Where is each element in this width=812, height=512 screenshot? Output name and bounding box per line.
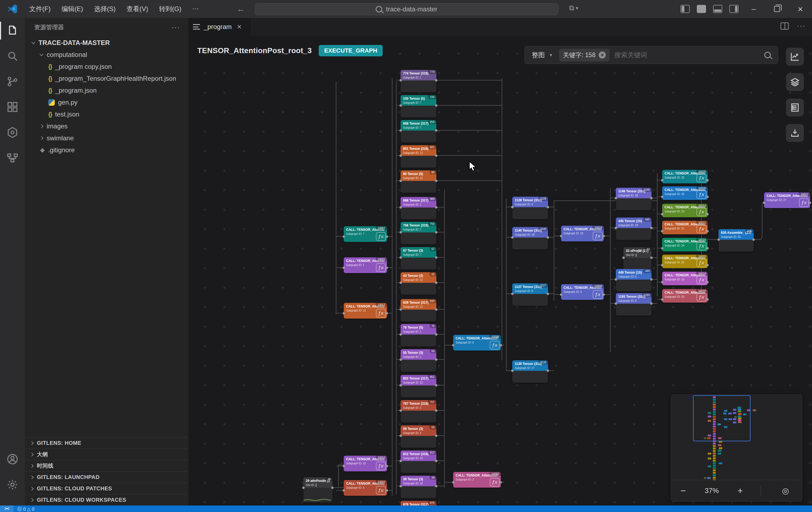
input-port[interactable]: [400, 154, 402, 157]
call-node-10007[interactable]: CALL: TENSOR_AttentionPost_leaf1_5Subgra…: [344, 226, 387, 242]
menu-item-2[interactable]: 选择(S): [89, 2, 121, 16]
toggle-panel-icon[interactable]: [713, 5, 722, 13]
output-port[interactable]: [499, 344, 502, 347]
call-node-10003[interactable]: CALL: TENSOR_AttentionPost_leaf1_5Subgra…: [344, 480, 387, 496]
input-port[interactable]: [661, 247, 664, 249]
tree-item--program-json[interactable]: {}_program.json: [25, 85, 188, 96]
tab-program[interactable]: _program ×: [188, 18, 252, 36]
tensor-node-774[interactable]: 774 Tensor (316)Subgraph ID: 1774: [401, 70, 436, 92]
io-node-29[interactable]: 29 attnPostIn (23)Slot ID: []29: [303, 477, 332, 503]
input-port[interactable]: [661, 230, 664, 233]
output-port[interactable]: [603, 293, 605, 296]
keyword-search-input[interactable]: [614, 51, 764, 59]
input-port[interactable]: [343, 312, 345, 314]
menu-item-3[interactable]: 查看(V): [121, 2, 154, 16]
call-node-10024[interactable]: CALL: TENSOR_AttentionPost_leaf19_23Subg…: [662, 238, 708, 251]
tensor-node-756[interactable]: 756 Tensor (316)Subgraph ID: 7756: [401, 222, 436, 244]
output-port[interactable]: [603, 235, 605, 237]
nav-back-icon[interactable]: ←: [237, 4, 245, 13]
output-port[interactable]: [809, 202, 811, 204]
input-port[interactable]: [400, 358, 402, 361]
minimap-viewport[interactable]: [693, 395, 751, 441]
input-port[interactable]: [400, 79, 402, 82]
tree-item-images[interactable]: images: [25, 120, 188, 132]
report-list-button[interactable]: [786, 99, 804, 117]
tab-close-icon[interactable]: ×: [237, 23, 241, 31]
input-port[interactable]: [400, 460, 402, 462]
scope-select[interactable]: 整图 ▾: [525, 51, 559, 59]
menu-item-4[interactable]: 转到(G): [154, 2, 187, 16]
output-port[interactable]: [752, 238, 755, 241]
call-node-10027[interactable]: CALL: TENSOR_AttentionPost_leaf27_31Subg…: [764, 192, 810, 208]
tree-item--program-copy-json[interactable]: {}_program copy.json: [25, 61, 188, 72]
input-port[interactable]: [400, 409, 402, 412]
tensor-node-1128[interactable]: 1128 Tensor (319)Subgraph ID: 91128: [512, 197, 548, 219]
tensor-node-1127[interactable]: 1127 Tensor (318)Subgraph ID: 81127: [512, 283, 548, 306]
menu-item-1[interactable]: 编辑(E): [56, 2, 89, 16]
split-editor-icon[interactable]: [781, 23, 789, 30]
tensor-node-100[interactable]: 100 Tensor (5)Subgraph ID: 7100: [401, 95, 436, 118]
tensor-node-67[interactable]: 67 Tensor (3)Subgraph ID: 767: [401, 247, 436, 270]
input-port[interactable]: [400, 104, 402, 107]
minimize-button[interactable]: –: [742, 0, 765, 18]
toolbar-search-icon[interactable]: [764, 52, 771, 58]
layers-button[interactable]: [786, 73, 804, 91]
command-center-search[interactable]: trace-data-master: [255, 3, 558, 15]
output-port[interactable]: [435, 231, 437, 234]
input-port[interactable]: [661, 179, 664, 181]
tensor-node-852[interactable]: 852 Tensor (317)Subgraph ID: 10852: [401, 375, 436, 397]
zoom-out-button[interactable]: −: [671, 485, 695, 496]
restore-button[interactable]: [765, 0, 789, 18]
output-port[interactable]: [547, 206, 549, 208]
output-port[interactable]: [435, 384, 437, 387]
locate-pin-icon[interactable]: ◎: [769, 486, 802, 495]
input-port[interactable]: [661, 264, 664, 266]
toggle-primary-sidebar-icon[interactable]: [697, 5, 706, 13]
input-port[interactable]: [615, 227, 617, 229]
output-port[interactable]: [435, 434, 437, 437]
input-port[interactable]: [452, 481, 455, 484]
output-port[interactable]: [386, 235, 388, 238]
tensor-node-888[interactable]: 888 Tensor (317)Subgraph ID: 1888: [401, 197, 436, 219]
output-port[interactable]: [435, 206, 437, 209]
keyword-chip[interactable]: 关键字: 158 ×: [559, 49, 610, 61]
output-port[interactable]: [435, 79, 437, 82]
chip-clear-icon[interactable]: ×: [599, 52, 606, 59]
input-port[interactable]: [400, 281, 402, 284]
input-port[interactable]: [661, 298, 664, 301]
output-port[interactable]: [650, 257, 652, 259]
tensor-node-767[interactable]: 767 Tensor (316)Subgraph ID: 3767: [401, 400, 436, 423]
output-port[interactable]: [331, 486, 334, 489]
input-port[interactable]: [400, 485, 402, 487]
call-node-10002[interactable]: CALL: TENSOR_AttentionPost_leaf2_6Subgra…: [453, 472, 501, 488]
settings-gear-icon[interactable]: [0, 472, 25, 498]
input-port[interactable]: [511, 236, 514, 239]
output-port[interactable]: [435, 154, 437, 157]
account-icon[interactable]: [0, 447, 25, 472]
output-port[interactable]: [435, 333, 437, 336]
tensor-node-1146[interactable]: 1146 Tensor (320)Subgraph ID: 181146: [616, 188, 651, 210]
output-port[interactable]: [435, 308, 437, 311]
output-port[interactable]: [706, 281, 709, 283]
output-port[interactable]: [706, 264, 709, 266]
tensor-node-80[interactable]: 80 Tensor (5)Subgraph ID: 1280: [401, 171, 436, 193]
call-node-10009[interactable]: CALL: TENSOR_AttentionPost_leaf9_11Subgr…: [561, 284, 604, 300]
input-port[interactable]: [343, 267, 345, 269]
output-port[interactable]: [386, 267, 388, 269]
input-port[interactable]: [615, 302, 617, 305]
input-port[interactable]: [622, 257, 625, 259]
output-port[interactable]: [706, 179, 709, 181]
output-port[interactable]: [547, 236, 549, 239]
tree-item-gen-py[interactable]: gen.py: [25, 96, 188, 108]
tree-item-trace-data-master[interactable]: TRACE-DATA-MASTER: [25, 37, 188, 49]
output-port[interactable]: [706, 195, 709, 198]
input-port[interactable]: [343, 235, 345, 238]
output-port[interactable]: [386, 312, 388, 314]
section-时间线[interactable]: 时间线: [25, 460, 188, 471]
download-button[interactable]: [786, 124, 804, 142]
output-port[interactable]: [435, 409, 437, 412]
input-port[interactable]: [661, 281, 664, 283]
input-port[interactable]: [400, 333, 402, 336]
section-gitlens-cloud-workspaces[interactable]: GITLENS: CLOUD WORKSPACES: [25, 494, 188, 506]
input-port[interactable]: [511, 206, 514, 208]
